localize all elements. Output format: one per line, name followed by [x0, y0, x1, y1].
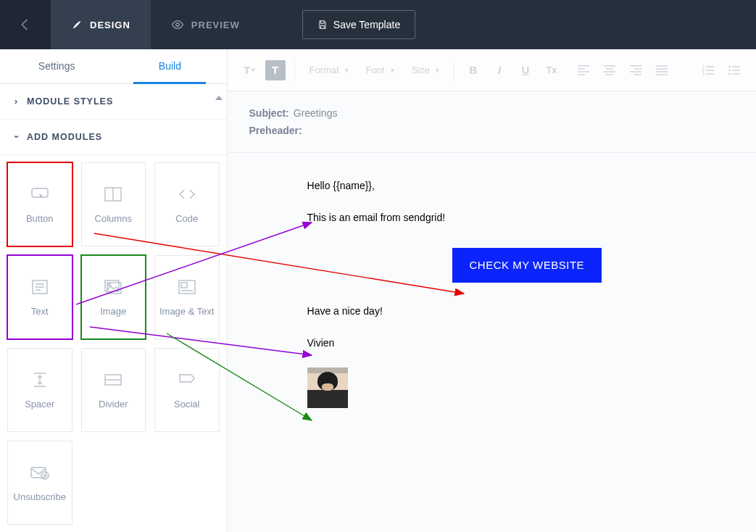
svg-point-10: [109, 283, 111, 286]
text-toolbar: T▾ T Format▾ Font▾ Size▾ B I U Tx 123: [228, 49, 756, 91]
email-line-greeting: Hello {{name}},: [307, 178, 727, 194]
modules-grid: Button Columns Code Text Image Image & T…: [0, 155, 227, 532]
tool-align-justify[interactable]: [652, 60, 672, 80]
tab-preview-label: PREVIEW: [191, 20, 240, 30]
dropdown-font-label: Font: [366, 65, 385, 75]
tab-design-label: DESIGN: [90, 20, 130, 30]
save-template-button[interactable]: Save Template: [302, 10, 415, 39]
bold-label: B: [470, 64, 478, 76]
tool-underline[interactable]: U: [515, 60, 536, 80]
module-social-label: Social: [174, 399, 199, 410]
caret-down-icon: ▾: [345, 67, 349, 74]
tool-text-color[interactable]: T▾: [239, 60, 259, 80]
top-bar: DESIGN PREVIEW Save Template: [0, 0, 756, 49]
button-icon: [30, 186, 49, 203]
clear-format-label: Tx: [546, 65, 557, 75]
preheader-label: Preheader:: [249, 125, 302, 136]
module-unsubscribe[interactable]: Unsubscribe: [7, 441, 72, 525]
dropdown-size[interactable]: Size▾: [406, 65, 445, 75]
module-image-text[interactable]: Image & Text: [154, 255, 220, 339]
meta-preheader[interactable]: Preheader:: [249, 125, 734, 136]
unordered-list-icon: [728, 65, 740, 75]
tool-text-bg[interactable]: T: [265, 60, 286, 80]
dropdown-format[interactable]: Format▾: [304, 65, 354, 75]
dropdown-size-label: Size: [412, 65, 430, 75]
align-right-icon: [630, 65, 641, 75]
ordered-list-icon: 123: [702, 65, 714, 75]
svg-point-24: [728, 65, 731, 67]
tool-unordered-list[interactable]: [724, 60, 744, 80]
image-text-icon: [178, 278, 196, 296]
svg-rect-1: [32, 188, 48, 197]
image-icon: [104, 278, 122, 296]
code-icon: [178, 186, 196, 203]
editor-canvas[interactable]: Subject: Greetings Preheader: Hello {{na…: [228, 91, 756, 532]
module-unsubscribe-label: Unsubscribe: [14, 491, 66, 502]
toolbar-separator: [454, 60, 454, 80]
dropdown-font[interactable]: Font▾: [360, 65, 400, 75]
cta-button[interactable]: CHECK MY WEBSITE: [452, 248, 602, 283]
align-left-icon: [578, 65, 589, 75]
svg-text:3: 3: [702, 72, 705, 75]
svg-point-0: [176, 23, 180, 27]
module-columns-label: Columns: [95, 213, 132, 224]
section-module-styles[interactable]: › MODULE STYLES: [0, 84, 227, 120]
tool-align-left[interactable]: [573, 60, 594, 80]
underline-label: U: [522, 64, 530, 76]
meta-subject[interactable]: Subject: Greetings: [249, 107, 734, 119]
module-columns[interactable]: Columns: [81, 162, 146, 246]
tool-clear-format[interactable]: Tx: [541, 60, 562, 80]
module-divider[interactable]: Divider: [81, 348, 146, 432]
caret-down-icon: ▾: [391, 67, 394, 74]
email-body[interactable]: Hello {{name}}, This is an email from se…: [249, 153, 734, 415]
section-add-modules[interactable]: › ADD MODULES: [0, 120, 227, 155]
caret-down-icon: ▾: [252, 67, 254, 73]
module-social[interactable]: Social: [154, 348, 220, 432]
module-code[interactable]: Code: [154, 162, 220, 246]
sidebar-tab-build[interactable]: Build: [113, 49, 226, 83]
tab-design[interactable]: DESIGN: [51, 0, 151, 49]
email-signature: Vivien: [307, 335, 727, 351]
brush-icon: [71, 19, 83, 30]
arrow-left-icon: [17, 17, 33, 33]
module-button[interactable]: Button: [7, 162, 72, 246]
spacer-icon: [30, 371, 49, 388]
sidebar-tab-build-label: Build: [159, 60, 181, 72]
module-image-text-label: Image & Text: [159, 306, 215, 317]
tool-align-center[interactable]: [599, 60, 620, 80]
align-justify-icon: [656, 65, 668, 75]
module-spacer[interactable]: Spacer: [7, 348, 72, 432]
svg-rect-12: [181, 283, 187, 288]
tool-align-right[interactable]: [626, 60, 646, 80]
subject-value: Greetings: [294, 107, 338, 119]
back-button[interactable]: [0, 0, 51, 49]
tool-bold[interactable]: B: [463, 60, 483, 80]
tool-italic[interactable]: I: [489, 60, 510, 80]
social-icon: [178, 371, 196, 388]
align-center-icon: [604, 65, 615, 75]
subject-label: Subject:: [249, 107, 289, 119]
avatar-image: [307, 367, 348, 408]
svg-point-25: [728, 69, 731, 71]
eye-icon: [171, 18, 184, 31]
chevron-down-icon: ›: [12, 135, 22, 138]
section-module-styles-label: MODULE STYLES: [27, 96, 113, 107]
tool-text-color-glyph: T: [244, 64, 250, 76]
tool-ordered-list[interactable]: 123: [698, 60, 718, 80]
tool-text-bg-glyph: T: [272, 64, 278, 76]
toolbar-separator: [294, 60, 295, 80]
sidebar-tabs: Settings Build: [0, 49, 227, 84]
dropdown-format-label: Format: [310, 65, 339, 75]
divider-icon: [104, 371, 122, 388]
module-code-label: Code: [175, 213, 198, 224]
tab-preview[interactable]: PREVIEW: [151, 0, 260, 49]
save-icon: [317, 20, 328, 30]
module-image[interactable]: Image: [81, 255, 146, 339]
module-text[interactable]: Text: [7, 255, 72, 339]
module-image-label: Image: [100, 306, 126, 317]
unsubscribe-icon: [30, 464, 49, 481]
email-line-closing: Have a nice day!: [307, 303, 727, 319]
sidebar-tab-settings-label: Settings: [38, 60, 75, 72]
sidebar-tab-settings[interactable]: Settings: [0, 49, 113, 83]
module-divider-label: Divider: [99, 399, 128, 410]
